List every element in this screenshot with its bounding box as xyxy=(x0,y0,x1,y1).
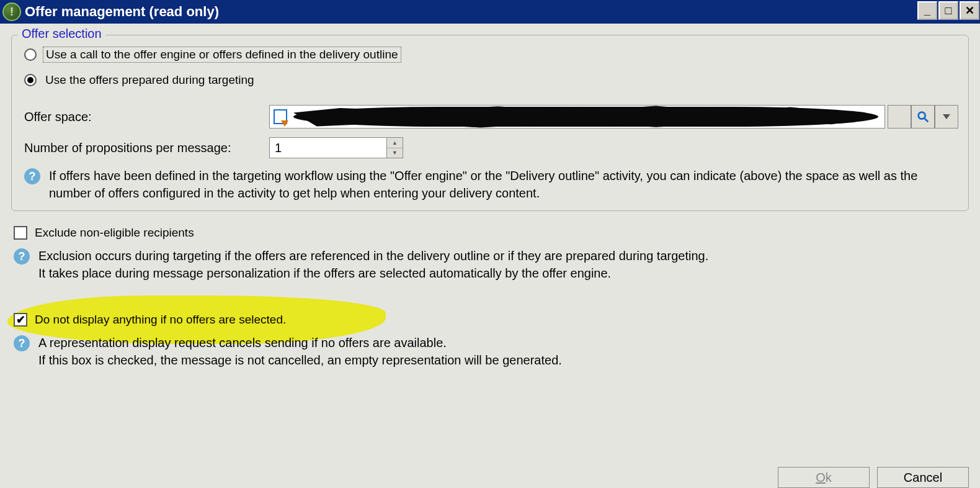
titlebar: ! Offer management (read only) _ □ ✕ xyxy=(0,0,980,24)
help-row-2: ? Exclusion occurs during targeting if t… xyxy=(14,247,969,282)
radio-icon xyxy=(24,74,37,86)
window-controls: _ □ ✕ xyxy=(917,0,980,24)
app-icon: ! xyxy=(2,2,21,21)
help-icon: ? xyxy=(14,248,30,264)
svg-line-1 xyxy=(925,119,929,122)
radio-icon xyxy=(24,48,37,61)
svg-point-0 xyxy=(919,112,925,119)
ok-button[interactable]: Ok xyxy=(778,467,870,488)
chevron-down-icon xyxy=(943,114,950,119)
radio-prepared-targeting[interactable]: Use the offers prepared during targeting xyxy=(24,73,958,88)
offer-selection-fieldset: Offer selection Use a call to the offer … xyxy=(11,35,969,211)
spinner-down[interactable]: ▼ xyxy=(387,148,403,158)
checkbox-label: Do not display anything if no offers are… xyxy=(35,313,286,327)
nodisplay-checkbox-row[interactable]: Do not display anything if no offers are… xyxy=(14,313,969,327)
help-row-3: ? A representation display request cance… xyxy=(14,334,969,369)
checkbox-icon xyxy=(14,226,27,240)
exclude-checkbox-row[interactable]: Exclude non-eligible recipients xyxy=(14,226,969,240)
nodisplay-section: Do not display anything if no offers are… xyxy=(11,313,969,369)
offer-space-input[interactable] xyxy=(269,105,885,129)
search-button[interactable] xyxy=(911,105,935,129)
clear-button[interactable] xyxy=(888,105,911,129)
propositions-label: Number of propositions per message: xyxy=(24,141,269,155)
spinner-buttons: ▲ ▼ xyxy=(387,137,403,158)
fieldset-legend: Offer selection xyxy=(18,27,105,41)
radio-call-offer-engine[interactable]: Use a call to the offer engine or offers… xyxy=(24,47,958,63)
checkbox-label: Exclude non-eligible recipients xyxy=(35,226,194,240)
radio-label: Use the offers prepared during targeting xyxy=(43,73,257,88)
help-icon: ? xyxy=(14,335,30,351)
window-title: Offer management (read only) xyxy=(25,4,917,20)
help-text: A representation display request cancels… xyxy=(38,334,562,369)
help-row-1: ? If offers have been defined in the tar… xyxy=(24,167,958,202)
close-button[interactable]: ✕ xyxy=(960,1,979,20)
spinner-up[interactable]: ▲ xyxy=(387,138,403,148)
dialog-content: Offer selection Use a call to the offer … xyxy=(0,24,980,369)
document-icon xyxy=(274,109,287,124)
propositions-row: Number of propositions per message: 1 ▲ … xyxy=(24,137,958,158)
help-icon: ? xyxy=(24,168,40,184)
help-text: If offers have been defined in the targe… xyxy=(49,167,958,202)
dropdown-button[interactable] xyxy=(935,105,958,129)
magnifier-icon xyxy=(916,110,930,124)
propositions-input[interactable]: 1 xyxy=(269,137,387,158)
radio-label: Use a call to the offer engine or offers… xyxy=(43,47,401,63)
checkbox-icon xyxy=(14,313,27,327)
offer-space-label: Offer space: xyxy=(24,110,269,124)
maximize-button[interactable]: □ xyxy=(938,1,958,20)
exclude-section: Exclude non-eligible recipients ? Exclus… xyxy=(11,226,969,282)
dialog-buttons: Ok Cancel xyxy=(778,467,969,488)
minimize-button[interactable]: _ xyxy=(917,1,937,20)
cancel-button[interactable]: Cancel xyxy=(877,467,969,488)
help-text: Exclusion occurs during targeting if the… xyxy=(38,247,708,282)
offer-space-row: Offer space: xyxy=(24,105,958,129)
